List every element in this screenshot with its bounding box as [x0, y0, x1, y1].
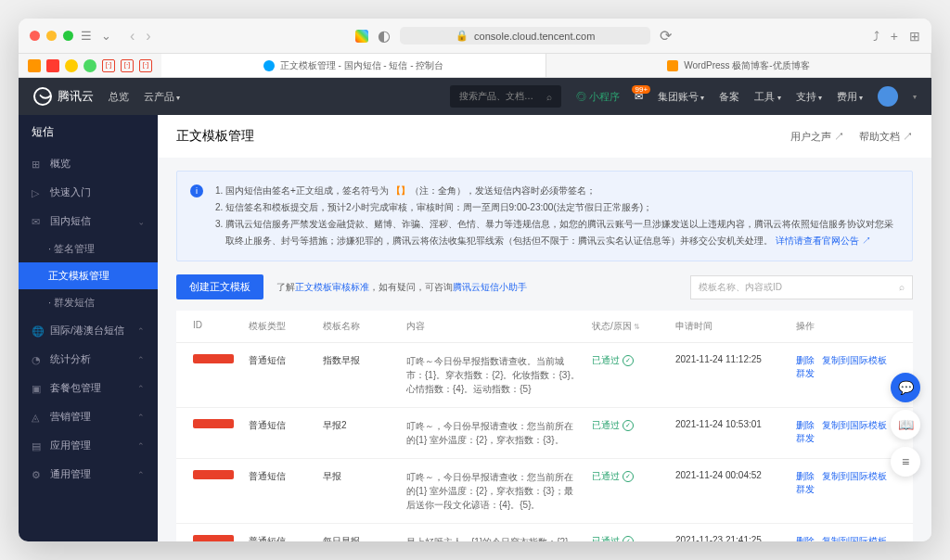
forward-button[interactable]: › — [142, 28, 154, 45]
op-copy-intl[interactable]: 复制到国际模板 — [822, 536, 887, 541]
link-audit-standard[interactable]: 正文模板审核标准 — [295, 282, 369, 292]
link-announcement[interactable]: 详情请查看官网公告 ↗ — [776, 235, 871, 246]
docs-button[interactable]: 📖 — [891, 410, 920, 439]
sidebar-item-intl[interactable]: 🌐国际/港澳台短信 — [19, 316, 158, 345]
sidebar-item-package[interactable]: ▣套餐包管理 — [19, 374, 158, 402]
nav-beian[interactable]: 备案 — [719, 90, 739, 104]
op-bulk-send[interactable]: 群发 — [796, 484, 815, 494]
privacy-shield-icon[interactable] — [355, 30, 368, 43]
cell-type: 普通短信 — [243, 354, 317, 367]
favorite-icon[interactable] — [46, 59, 59, 72]
sidebar: 短信 ⊞概览 ▷快速入门 ✉国内短信 · 签名管理 正文模板管理 · 群发短信 … — [19, 115, 158, 541]
nav-messages[interactable]: ✉ 99+ — [635, 91, 643, 103]
browser-tabs: [·] [·] [·] 正文模板管理 - 国内短信 - 短信 - 控制台 Wor… — [19, 54, 931, 78]
table-row: 普通短信 早报2 叮咚～，今日份早报请查收：您当前所在的{1} 室外温度：{2}… — [176, 408, 913, 459]
op-delete[interactable]: 删除 — [796, 471, 815, 481]
nav-products[interactable]: 云产品 — [144, 90, 180, 104]
cell-status: 已通过 — [586, 535, 670, 541]
op-copy-intl[interactable]: 复制到国际模板 — [822, 471, 887, 481]
search-placeholder: 搜索产品、文档… — [459, 90, 533, 103]
reload-icon[interactable]: ⟳ — [660, 27, 672, 45]
favorite-icon[interactable] — [83, 59, 96, 72]
dropdown-icon[interactable]: ⌄ — [101, 29, 111, 43]
page-header: 正文模板管理 用户之声 ↗ 帮助文档 ↗ — [158, 115, 931, 158]
sidebar-item-general[interactable]: ⚙通用管理 — [19, 460, 158, 489]
cell-id — [187, 354, 243, 365]
nav-miniprogram[interactable]: ◎ 小程序 — [576, 90, 620, 104]
op-bulk-send[interactable]: 群发 — [796, 368, 815, 378]
cell-content: 叮咚～，今日份早报请查收：您当前所在的{1} 室外温度：{2}，穿衣指数：{3}… — [401, 419, 586, 447]
sidebar-item-marketing[interactable]: ◬营销管理 — [19, 402, 158, 431]
op-copy-intl[interactable]: 复制到国际模板 — [822, 420, 887, 430]
tab-title: 正文模板管理 - 国内短信 - 短信 - 控制台 — [280, 59, 444, 72]
link-user-voice[interactable]: 用户之声 ↗ — [790, 130, 844, 144]
minimize-window[interactable] — [46, 31, 57, 41]
browser-titlebar: ☰ ⌄ ‹ › ◐ 🔒 console.cloud.tencent.com ⟳ … — [19, 19, 931, 54]
favorite-icon[interactable]: [·] — [139, 59, 152, 72]
maximize-window[interactable] — [63, 31, 73, 41]
favorite-icon[interactable] — [65, 59, 78, 72]
sidebar-sub-bulk[interactable]: · 群发短信 — [19, 289, 158, 316]
th-content: 内容 — [401, 320, 586, 333]
sidebar-item-overview[interactable]: ⊞概览 — [19, 149, 158, 178]
op-delete[interactable]: 删除 — [796, 420, 815, 430]
table-row: 普通短信 每日早报 早上好呀主人，{1}的今日穿衣指数：{2}，室外温度：{3}… — [176, 524, 913, 541]
link-help-docs[interactable]: 帮助文档 ↗ — [859, 130, 913, 144]
sidebar-item-stats[interactable]: ◔统计分析 — [19, 345, 158, 374]
th-type: 模板类型 — [243, 320, 317, 333]
op-copy-intl[interactable]: 复制到国际模板 — [822, 355, 887, 365]
package-icon: ▣ — [32, 383, 43, 394]
favorite-icon[interactable]: [·] — [102, 59, 115, 72]
th-ops: 操作 — [790, 320, 902, 333]
float-buttons: 💬 📖 ≡ — [891, 373, 920, 477]
tracker-shield-icon[interactable]: ◐ — [378, 27, 391, 45]
cell-name: 早报2 — [317, 419, 401, 432]
add-tab-icon[interactable]: + — [891, 29, 898, 44]
toolbar-tip: 了解正文模板审核标准，如有疑问，可咨询腾讯云短信小助手 — [276, 281, 527, 294]
sidebar-item-app[interactable]: ▤应用管理 — [19, 431, 158, 460]
th-id: ID — [187, 320, 243, 333]
brand-logo[interactable]: 腾讯云 — [33, 87, 94, 106]
message-badge: 99+ — [632, 85, 650, 94]
back-button[interactable]: ‹ — [126, 28, 138, 45]
nav-support[interactable]: 支持 — [796, 90, 822, 104]
url-text: console.cloud.tencent.com — [474, 31, 595, 42]
sidebar-sub-template[interactable]: 正文模板管理 — [19, 262, 158, 289]
chat-support-button[interactable]: 💬 — [891, 373, 920, 402]
nav-cost[interactable]: 费用 — [837, 90, 863, 104]
nav-overview[interactable]: 总览 — [109, 90, 129, 104]
sidebar-item-domestic[interactable]: ✉国内短信 — [19, 207, 158, 235]
template-table: ID 模板类型 模板名称 内容 状态/原因 申请时间 操作 普通短信 指数早报 … — [176, 311, 913, 541]
nav-group[interactable]: 集团账号 — [658, 90, 704, 104]
op-delete[interactable]: 删除 — [796, 355, 815, 365]
favorite-icon[interactable]: [·] — [121, 59, 134, 72]
template-search[interactable]: 模板名称、内容或ID ⌕ — [690, 275, 913, 299]
op-bulk-send[interactable]: 群发 — [796, 433, 815, 443]
sidebar-sub-sign[interactable]: · 签名管理 — [19, 235, 158, 262]
browser-tab-active[interactable]: 正文模板管理 - 国内短信 - 短信 - 控制台 — [161, 54, 546, 77]
top-search[interactable]: 搜索产品、文档… ⌕ — [450, 85, 561, 108]
nav-tools[interactable]: 工具 — [754, 90, 780, 104]
notice-banner: i 国内短信由签名+正文组成，签名符号为 【】（注：全角），发送短信内容时必须带… — [176, 171, 913, 261]
search-icon: ⌕ — [899, 282, 905, 292]
close-window[interactable] — [30, 31, 40, 41]
favorite-icon[interactable] — [28, 59, 41, 72]
tabs-icon[interactable]: ⊞ — [909, 29, 920, 44]
browser-tab[interactable]: WordPress 极简博客-优质博客 — [546, 54, 931, 77]
menu-button[interactable]: ≡ — [891, 447, 920, 477]
user-avatar[interactable] — [878, 86, 898, 107]
avatar-dropdown-icon[interactable]: ▾ — [913, 93, 917, 101]
op-delete[interactable]: 删除 — [796, 536, 815, 541]
page-title: 正文模板管理 — [176, 128, 254, 145]
sidebar-toggle-icon[interactable]: ☰ — [81, 29, 92, 43]
share-icon[interactable]: ⤴ — [873, 29, 879, 44]
table-header: ID 模板类型 模板名称 内容 状态/原因 申请时间 操作 — [176, 311, 913, 343]
th-time: 申请时间 — [670, 320, 790, 333]
link-sms-helper[interactable]: 腾讯云短信小助手 — [453, 282, 527, 292]
sidebar-item-quickstart[interactable]: ▷快速入门 — [19, 178, 158, 207]
cell-time: 2021-11-24 10:53:01 — [670, 419, 790, 429]
mail-icon: ✉ — [32, 216, 43, 227]
address-bar[interactable]: 🔒 console.cloud.tencent.com — [400, 27, 650, 45]
create-template-button[interactable]: 创建正文模板 — [176, 274, 263, 299]
th-status[interactable]: 状态/原因 — [586, 320, 670, 333]
